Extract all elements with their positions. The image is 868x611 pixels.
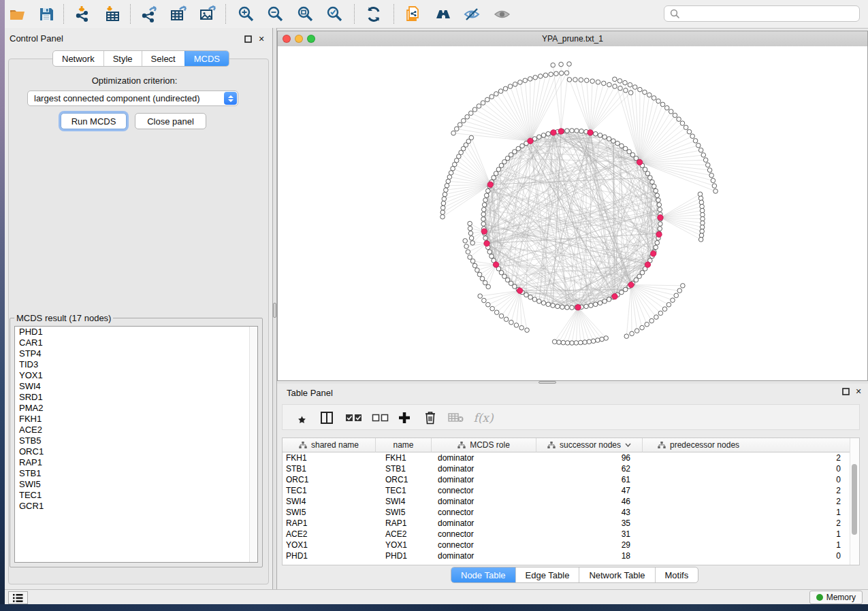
network-canvas[interactable] <box>278 46 867 380</box>
import-table-icon[interactable] <box>103 5 123 24</box>
tab-network[interactable]: Network <box>53 51 103 66</box>
save-session-icon[interactable] <box>37 5 56 24</box>
table-row[interactable]: ORC1ORC1dominator610 <box>283 474 850 485</box>
show-all-icon[interactable] <box>492 5 511 24</box>
mcds-result-item[interactable]: TEC1 <box>15 490 257 501</box>
mcds-result-item[interactable]: PMA2 <box>15 403 257 414</box>
mcds-result-list[interactable]: PHD1CAR1STP4TID3YOX1SWI4SRD1PMA2FKH1ACE2… <box>14 326 258 563</box>
splitter-grip[interactable] <box>273 303 276 318</box>
mcds-result-item[interactable]: CAR1 <box>15 337 257 348</box>
table-row[interactable]: FKH1FKH1dominator962 <box>283 452 850 463</box>
search-input[interactable] <box>684 7 859 20</box>
export-network-icon[interactable] <box>140 5 159 24</box>
mcds-list-scrollbar[interactable] <box>249 327 257 562</box>
column-header[interactable]: predecessor nodes <box>643 438 850 452</box>
run-mcds-button[interactable]: Run MCDS <box>61 113 127 129</box>
mcds-result-item[interactable]: SWI4 <box>15 381 257 392</box>
table-row[interactable]: STB1STB1dominator620 <box>283 463 850 474</box>
mcds-result-item[interactable]: SWI5 <box>15 479 257 490</box>
float-panel-icon[interactable] <box>841 386 850 396</box>
zoom-out-icon[interactable] <box>266 5 285 24</box>
network-graph[interactable] <box>278 46 867 380</box>
mcds-result-item[interactable]: SRD1 <box>15 392 257 403</box>
network-window: YPA_prune.txt_1 <box>277 31 868 381</box>
mcds-result-item[interactable]: ORC1 <box>15 446 257 457</box>
copy-network-icon[interactable] <box>404 5 423 24</box>
close-panel-button[interactable]: Close panel <box>135 113 206 129</box>
node-table-body: FKH1FKH1dominator962STB1STB1dominator620… <box>283 452 850 565</box>
hide-selected-icon[interactable] <box>462 5 481 24</box>
mcds-result-item[interactable]: STP4 <box>15 348 257 359</box>
column-header[interactable]: MCDS role <box>432 438 536 452</box>
mcds-result-item[interactable]: TID3 <box>15 359 257 370</box>
close-window-icon[interactable] <box>283 35 291 43</box>
column-header[interactable]: name <box>376 438 432 452</box>
mcds-result-item[interactable]: STB1 <box>15 468 257 479</box>
import-network-icon[interactable] <box>74 5 93 24</box>
tab-node-table[interactable]: Node Table <box>451 567 515 582</box>
select-all-columns-icon[interactable] <box>345 409 363 427</box>
mcds-result-item[interactable]: GCR1 <box>15 501 257 512</box>
node-table[interactable]: shared namenameMCDS rolesuccessor nodesp… <box>282 437 860 565</box>
add-column-icon[interactable] <box>397 409 412 427</box>
table-scrollbar[interactable] <box>850 438 859 565</box>
close-panel-icon[interactable]: ✕ <box>257 34 266 44</box>
table-options-icon[interactable] <box>292 409 307 427</box>
tab-motifs[interactable]: Motifs <box>655 567 698 582</box>
mcds-result-item[interactable]: FKH1 <box>15 414 257 425</box>
task-history-button[interactable] <box>8 591 28 604</box>
control-panel: Control Panel ✕ Network Style Select MCD… <box>5 28 272 589</box>
export-table-icon[interactable] <box>170 5 189 24</box>
table-row[interactable]: TEC1TEC1connector472 <box>283 485 850 496</box>
column-header-label: MCDS role <box>470 440 510 450</box>
maximize-window-icon[interactable] <box>307 35 315 43</box>
vertical-splitter[interactable] <box>272 28 277 589</box>
table-cell: dominator <box>432 452 536 463</box>
mcds-result-item[interactable]: ACE2 <box>15 425 257 435</box>
open-file-icon[interactable] <box>7 5 27 24</box>
delete-column-icon[interactable] <box>423 409 438 427</box>
tab-edge-table[interactable]: Edge Table <box>515 567 579 582</box>
table-cell: 18 <box>536 550 643 561</box>
table-scrollbar-thumb[interactable] <box>852 464 857 535</box>
export-image-icon[interactable] <box>199 5 218 24</box>
zoom-in-icon[interactable] <box>237 5 256 24</box>
criterion-select[interactable]: largest connected component (undirected) <box>27 90 238 106</box>
table-cell: ORC1 <box>283 474 376 485</box>
zoom-fit-icon[interactable] <box>296 5 315 24</box>
table-cell: 47 <box>536 485 643 496</box>
sort-desc-icon <box>625 443 631 447</box>
close-panel-icon[interactable]: ✕ <box>854 386 863 396</box>
table-row[interactable]: YOX1YOX1connector291 <box>283 540 850 550</box>
column-header[interactable]: successor nodes <box>536 438 643 452</box>
mcds-result-item[interactable]: PHD1 <box>15 327 257 337</box>
table-row[interactable]: RAP1RAP1dominator352 <box>283 518 850 529</box>
function-builder-icon[interactable]: f(x) <box>472 409 495 427</box>
search-box[interactable] <box>664 5 860 22</box>
float-panel-icon[interactable] <box>243 34 253 44</box>
first-neighbors-icon[interactable] <box>433 5 452 24</box>
minimize-window-icon[interactable] <box>295 35 303 43</box>
deselect-all-columns-icon[interactable] <box>372 409 389 427</box>
network-titlebar[interactable]: YPA_prune.txt_1 <box>278 31 867 47</box>
memory-button[interactable]: Memory <box>809 591 863 604</box>
mcds-result-item[interactable]: YOX1 <box>15 370 257 381</box>
delete-table-icon[interactable] <box>447 409 465 427</box>
tab-select[interactable]: Select <box>142 51 184 66</box>
table-cell: connector <box>432 529 536 540</box>
zoom-selected-icon[interactable] <box>325 5 344 24</box>
mcds-result-group: MCDS result (17 nodes) PHD1CAR1STP4TID3Y… <box>10 313 263 567</box>
table-cell: dominator <box>432 463 536 474</box>
tab-style[interactable]: Style <box>103 51 142 66</box>
column-header[interactable]: shared name <box>283 438 376 452</box>
table-row[interactable]: SWI4SWI4dominator462 <box>283 496 850 507</box>
table-row[interactable]: SWI5SWI5connector431 <box>283 507 850 518</box>
mcds-result-item[interactable]: RAP1 <box>15 457 257 468</box>
tab-mcds[interactable]: MCDS <box>184 51 229 66</box>
tab-network-table[interactable]: Network Table <box>579 567 654 582</box>
table-row[interactable]: ACE2ACE2connector311 <box>283 529 850 540</box>
mcds-result-item[interactable]: STB5 <box>15 435 257 446</box>
refresh-icon[interactable] <box>364 5 383 24</box>
table-row[interactable]: PHD1PHD1dominator180 <box>283 550 850 561</box>
show-columns-icon[interactable] <box>319 409 334 427</box>
